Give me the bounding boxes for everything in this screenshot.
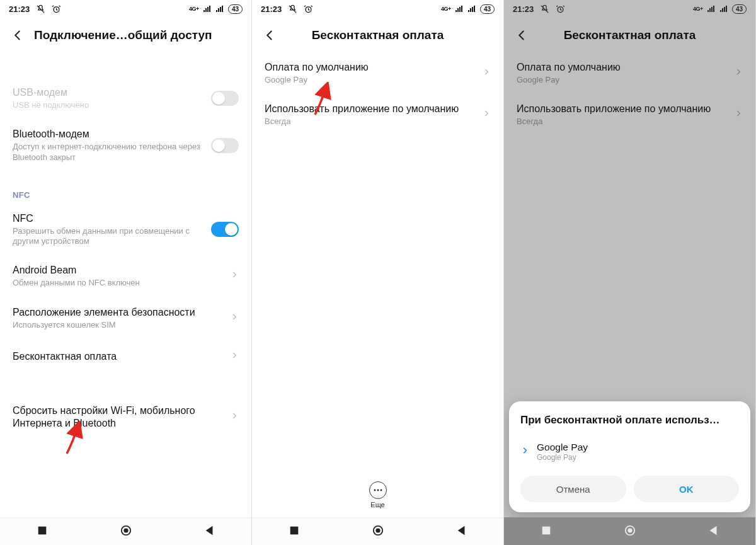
row-usb-modem: USB-модем USB не подключено (0, 77, 251, 119)
row-title: Сбросить настройки Wi-Fi, мобильного Инт… (13, 404, 222, 430)
sheet-title: При бесконтактной оплате использ… (520, 414, 739, 427)
row-nfc[interactable]: NFC Разрешить обмен данными при совмещен… (0, 204, 251, 256)
option-title: Google Pay (537, 442, 588, 453)
nav-home-icon[interactable] (372, 525, 384, 539)
network-type: 4G+ (189, 6, 199, 12)
alarm-icon (304, 4, 313, 14)
signal-icon (203, 5, 212, 13)
status-bar: 21:23 4G+ 43 (504, 0, 755, 18)
battery-indicator: 43 (732, 4, 747, 14)
nav-recent-icon[interactable] (541, 525, 552, 539)
row-subtitle: Доступ к интернет-подключению телефона ч… (13, 142, 203, 163)
back-button[interactable] (508, 21, 536, 49)
row-contactless-payment[interactable]: Бесконтактная оплата (0, 339, 251, 374)
screen-contactless-payment: 21:23 4G+ 43 Бесконтактная оплата (252, 0, 504, 545)
nav-home-icon[interactable] (120, 525, 132, 539)
cancel-button[interactable]: Отмена (520, 476, 626, 502)
nav-back-icon[interactable] (456, 525, 467, 539)
nav-bar (252, 517, 503, 545)
page-title: Бесконтактная оплата (536, 28, 752, 42)
chevron-right-icon (230, 411, 239, 423)
row-title: Бесконтактная оплата (13, 350, 222, 363)
toggle-nfc[interactable] (211, 222, 239, 237)
signal-icon (707, 5, 716, 13)
more-label: Еще (370, 501, 384, 508)
network-type: 4G+ (693, 6, 703, 12)
ok-button[interactable]: OK (634, 476, 740, 502)
nav-recent-icon[interactable] (289, 525, 300, 539)
row-title: Оплата по умолчанию (265, 61, 474, 74)
screen-connection-sharing: 21:23 4G+ 43 Подключение…общий доступ (0, 0, 252, 545)
chevron-right-icon (734, 67, 743, 79)
battery-indicator: 43 (480, 4, 495, 14)
row-title: Использовать приложение по умолчанию (265, 103, 474, 115)
svg-point-3 (123, 528, 128, 532)
header: Бесконтактная оплата (252, 18, 503, 52)
row-title: Android Beam (13, 264, 222, 277)
signal-icon-2 (215, 5, 224, 13)
signal-icon (455, 5, 464, 13)
nav-bar (0, 517, 251, 545)
sheet-option-google-pay[interactable]: Google Pay Google Pay (520, 438, 739, 472)
svg-point-14 (627, 528, 632, 532)
row-title: USB-модем (13, 86, 203, 99)
signal-icon-2 (719, 5, 728, 13)
toggle-bluetooth[interactable] (211, 138, 239, 153)
nav-bar (504, 517, 755, 545)
nav-back-icon[interactable] (708, 525, 719, 539)
row-default-payment[interactable]: Оплата по умолчанию Google Pay (252, 52, 503, 94)
row-title: Использовать приложение по умолчанию (517, 103, 726, 115)
row-subtitle: Всегда (265, 117, 474, 127)
nav-back-icon[interactable] (204, 525, 215, 539)
row-subtitle: Всегда (517, 117, 726, 127)
chevron-right-icon (482, 67, 491, 79)
row-subtitle: Используется кошелек SIM (13, 320, 222, 330)
row-subtitle: Разрешить обмен данными при совмещении с… (13, 226, 203, 247)
option-subtitle: Google Pay (537, 453, 588, 462)
row-subtitle: Обмен данными по NFC включен (13, 278, 222, 288)
page-title: Бесконтактная оплата (284, 28, 500, 42)
row-use-default-app[interactable]: Использовать приложение по умолчанию Все… (252, 94, 503, 135)
network-type: 4G+ (441, 6, 451, 12)
status-bar: 21:23 4G+ 43 (0, 0, 251, 18)
bottom-sheet: При бесконтактной оплате использ… Google… (509, 401, 750, 512)
row-subtitle: Google Pay (517, 75, 726, 85)
row-use-default-app: Использовать приложение по умолчанию Все… (504, 94, 755, 135)
back-button[interactable] (256, 21, 284, 49)
row-bluetooth-modem[interactable]: Bluetooth-модем Доступ к интернет-подклю… (0, 119, 251, 171)
chevron-right-icon (734, 109, 743, 120)
chevron-right-icon (230, 270, 239, 282)
header: Подключение…общий доступ (0, 18, 251, 52)
row-secure-element[interactable]: Расположение элемента безопасности Испол… (0, 297, 251, 339)
chevron-right-icon (230, 351, 239, 362)
page-title: Подключение…общий доступ (32, 28, 248, 42)
back-button[interactable] (4, 21, 32, 49)
status-time: 21:23 (261, 4, 282, 14)
svg-point-5 (374, 490, 375, 491)
signal-icon-2 (467, 5, 476, 13)
status-time: 21:23 (513, 4, 534, 14)
row-title: Оплата по умолчанию (517, 61, 726, 74)
alarm-icon (52, 4, 61, 14)
nav-home-icon[interactable] (624, 525, 636, 539)
nav-recent-icon[interactable] (37, 525, 48, 539)
more-button[interactable]: Еще (252, 481, 503, 508)
chevron-right-icon (230, 313, 239, 324)
row-reset-network[interactable]: Сбросить настройки Wi-Fi, мобильного Инт… (0, 396, 251, 439)
dnd-icon (288, 4, 297, 14)
screen-contactless-payment-dialog: 21:23 4G+ 43 (504, 0, 756, 545)
dnd-icon (540, 4, 549, 14)
row-title: NFC (13, 212, 203, 225)
status-bar: 21:23 4G+ 43 (252, 0, 503, 18)
svg-point-7 (380, 490, 382, 491)
section-label-nfc: NFC (0, 171, 251, 204)
svg-rect-12 (542, 526, 550, 534)
check-icon (520, 446, 529, 457)
more-icon (369, 481, 387, 499)
header: Бесконтактная оплата (504, 18, 755, 52)
svg-rect-8 (290, 526, 298, 534)
row-subtitle: Google Pay (265, 75, 474, 85)
row-android-beam[interactable]: Android Beam Обмен данными по NFC включе… (0, 255, 251, 297)
toggle-usb (211, 91, 239, 106)
svg-point-10 (375, 528, 380, 532)
